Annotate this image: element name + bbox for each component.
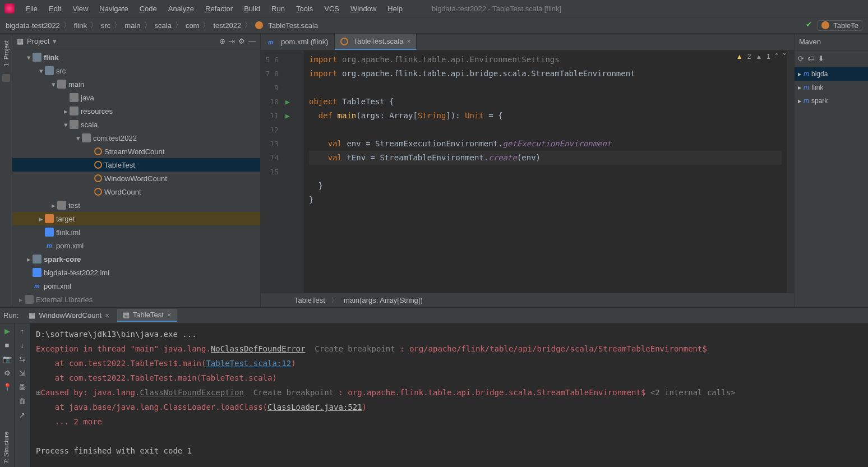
warning-icon: ▲ bbox=[736, 53, 743, 61]
console-line: Process finished with exit code 1 bbox=[36, 446, 192, 455]
tree-node-src[interactable]: ▾src bbox=[12, 64, 260, 77]
tree-file-tabletest[interactable]: TableTest bbox=[12, 158, 260, 172]
project-panel-header: ▦ Project ▾ ⊕ ⇥ ⚙ — bbox=[12, 34, 260, 49]
code-editor[interactable]: import org.apache.flink.table.api.Enviro… bbox=[304, 50, 786, 293]
crumb-file[interactable]: TableTest.scala bbox=[268, 21, 318, 30]
menu-tools[interactable]: Tools bbox=[292, 2, 317, 15]
console-line: ... 2 more bbox=[36, 417, 102, 426]
expand-icon[interactable]: ↗ bbox=[19, 411, 25, 419]
refresh-icon[interactable]: ⟳ bbox=[798, 54, 804, 63]
editor-tab-tabletest[interactable]: TableTest.scala × bbox=[335, 34, 417, 50]
tree-node-target[interactable]: ▸target bbox=[12, 212, 260, 225]
tree-node-scala[interactable]: ▾scala bbox=[12, 118, 260, 131]
tree-file-flink-iml[interactable]: flink.iml bbox=[12, 225, 260, 239]
tree-file-pom-root[interactable]: mpom.xml bbox=[12, 279, 260, 293]
maven-item-flink[interactable]: ▸mflink bbox=[795, 81, 868, 94]
maven-panel-header[interactable]: Maven bbox=[795, 34, 868, 50]
crumb-root[interactable]: bigdata-test2022 bbox=[6, 21, 60, 30]
inspections-widget[interactable]: ▲2 ▲1 ˄ ˅ bbox=[736, 53, 786, 61]
scroll-icon[interactable]: ⇲ bbox=[19, 369, 25, 377]
stacktrace-link[interactable]: TableTest.scala:12 bbox=[206, 359, 291, 368]
crumb-method[interactable]: main(args: Array[String]) bbox=[344, 296, 423, 304]
tree-file-streamwordcount[interactable]: StreamWordCount bbox=[12, 145, 260, 158]
folder-icon bbox=[57, 201, 66, 210]
menu-vcs[interactable]: VCS bbox=[320, 2, 344, 15]
code-line: import org.apache.flink.table.api.bridge… bbox=[309, 69, 635, 78]
tree-node-flink[interactable]: ▾flink bbox=[12, 50, 260, 64]
maven-icon[interactable]: 🏷 bbox=[807, 54, 815, 63]
tree-file-wordcount[interactable]: WordCount bbox=[12, 185, 260, 198]
up-icon[interactable]: ↑ bbox=[20, 327, 24, 335]
error-stripe[interactable] bbox=[786, 50, 794, 293]
crumb-module[interactable]: flink bbox=[74, 21, 87, 30]
crumb-main[interactable]: main bbox=[124, 21, 140, 30]
menu-window[interactable]: Window bbox=[346, 2, 381, 15]
close-icon[interactable]: × bbox=[407, 38, 410, 45]
hide-icon[interactable]: — bbox=[248, 37, 256, 45]
clear-icon[interactable]: 🗑 bbox=[19, 397, 26, 405]
tree-node-test[interactable]: ▸test bbox=[12, 198, 260, 212]
project-panel-title[interactable]: Project bbox=[27, 37, 49, 45]
run-gutter-icon[interactable]: ▶ bbox=[285, 95, 290, 109]
run-tab-tabletest[interactable]: ▦ TableTest × bbox=[117, 309, 177, 322]
code-line: import org.apache.flink.table.api.Enviro… bbox=[309, 55, 560, 64]
maven-icon: m bbox=[33, 281, 41, 290]
download-icon[interactable]: ⬇ bbox=[818, 54, 824, 63]
locate-icon[interactable]: ⊕ bbox=[219, 37, 225, 45]
close-icon[interactable]: × bbox=[105, 311, 109, 320]
crumb-src[interactable]: src bbox=[101, 21, 110, 30]
tree-node-java[interactable]: java bbox=[12, 91, 260, 104]
crumb-com[interactable]: com bbox=[186, 21, 200, 30]
tree-file-windowwordcount[interactable]: WindowWordCount bbox=[12, 172, 260, 185]
crumb-class[interactable]: TableTest bbox=[294, 296, 325, 304]
stacktrace-link[interactable]: ClassLoader.java:521 bbox=[267, 403, 362, 411]
settings-icon[interactable]: ⚙ bbox=[4, 369, 11, 377]
build-button[interactable]: ✔ bbox=[806, 20, 812, 31]
menu-help[interactable]: Help bbox=[383, 2, 407, 15]
project-tree[interactable]: ▾flink ▾src ▾main java ▸resources ▾scala… bbox=[12, 49, 260, 307]
tool-structure-tab[interactable]: 7: Structure bbox=[3, 428, 10, 467]
run-console[interactable]: D:\software\jdk13\bin\java.exe ... Excep… bbox=[30, 323, 868, 467]
menu-code[interactable]: Code bbox=[135, 2, 161, 15]
chevron-up-icon[interactable]: ˄ bbox=[775, 53, 778, 61]
menu-refactor[interactable]: Refactor bbox=[201, 2, 237, 15]
editor-gutter[interactable]: 5 6 7 8 9 10 11 12 13 14 15 ▶ ▶ bbox=[261, 50, 294, 293]
menu-build[interactable]: Build bbox=[239, 2, 265, 15]
tree-node-main[interactable]: ▾main bbox=[12, 77, 260, 91]
right-tab[interactable]: TableTe bbox=[818, 20, 862, 31]
tree-node-sparkcore[interactable]: ▸spark-core bbox=[12, 252, 260, 266]
pin-icon[interactable]: 📍 bbox=[3, 383, 12, 391]
chevron-down-icon[interactable]: ▾ bbox=[53, 37, 57, 45]
menu-navigate[interactable]: Navigate bbox=[95, 2, 132, 15]
crumb-test2022[interactable]: test2022 bbox=[213, 21, 241, 30]
maven-item-spark[interactable]: ▸mspark bbox=[795, 94, 868, 108]
tree-node-resources[interactable]: ▸resources bbox=[12, 104, 260, 118]
wrap-icon[interactable]: ⇆ bbox=[19, 355, 25, 363]
crumb-scala[interactable]: scala bbox=[155, 21, 172, 30]
unknown-tool-icon[interactable] bbox=[2, 74, 10, 82]
menu-view[interactable]: View bbox=[68, 2, 93, 15]
tree-file-bigdata-iml[interactable]: bigdata-test2022.iml bbox=[12, 266, 260, 279]
tree-external-libs[interactable]: ▸External Libraries bbox=[12, 293, 260, 306]
dump-icon[interactable]: 📷 bbox=[3, 355, 12, 363]
menu-analyze[interactable]: Analyze bbox=[164, 2, 198, 15]
menu-file[interactable]: File bbox=[21, 2, 42, 15]
run-tab-windowwordcount[interactable]: ▦ WindowWordCount × bbox=[23, 309, 114, 321]
editor-tab-pom[interactable]: m pom.xml (flink) bbox=[261, 34, 335, 50]
stop-icon[interactable]: ■ bbox=[5, 341, 10, 349]
menu-edit[interactable]: Edit bbox=[44, 2, 66, 15]
settings-icon[interactable]: ⚙ bbox=[238, 37, 245, 45]
tree-file-pom-flink[interactable]: mpom.xml bbox=[12, 239, 260, 252]
tree-node-package[interactable]: ▾com.test2022 bbox=[12, 131, 260, 145]
run-gutter-icon[interactable]: ▶ bbox=[285, 109, 290, 123]
collapse-icon[interactable]: ⇥ bbox=[229, 37, 235, 45]
print-icon[interactable]: 🖶 bbox=[19, 383, 26, 391]
menu-run[interactable]: Run bbox=[267, 2, 289, 15]
code-line: val env = StreamExecutionEnvironment.get… bbox=[309, 139, 611, 148]
close-icon[interactable]: × bbox=[167, 311, 172, 319]
chevron-down-icon[interactable]: ˅ bbox=[783, 53, 786, 61]
maven-item-bigdata[interactable]: ▸mbigda bbox=[795, 67, 868, 81]
tool-project-tab[interactable]: 1: Project bbox=[3, 37, 10, 70]
rerun-icon[interactable]: ▶ bbox=[4, 327, 10, 335]
down-icon[interactable]: ↓ bbox=[20, 341, 24, 349]
